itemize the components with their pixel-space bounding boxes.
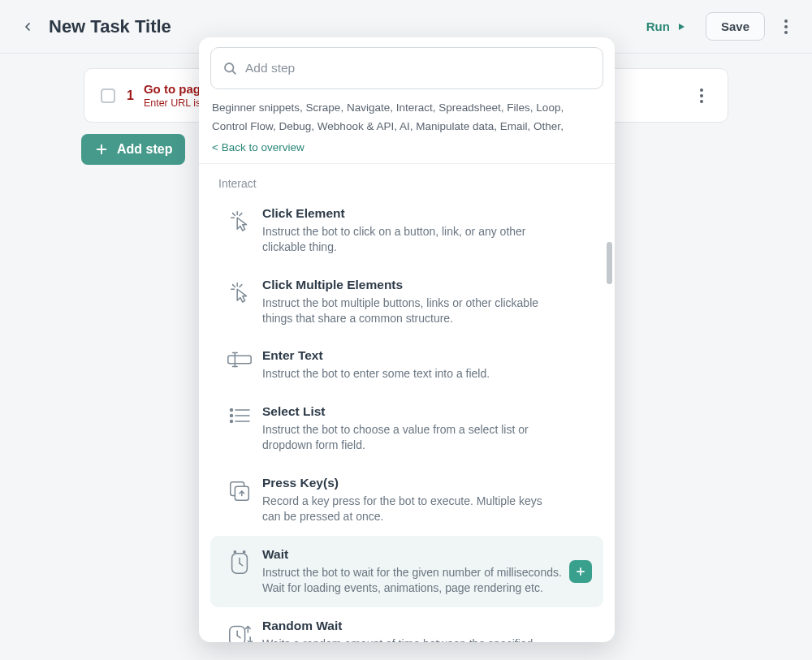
step-option[interactable]: WaitInstruct the bot to wait for the giv… (210, 536, 603, 607)
step-option[interactable]: Click ElementInstruct the bot to click o… (210, 195, 603, 266)
step-option-title: Wait (262, 547, 563, 562)
kebab-dot-icon (700, 88, 703, 92)
click-icon (222, 278, 257, 305)
step-option-title: Press Key(s) (262, 476, 563, 490)
run-label: Run (646, 19, 670, 33)
category-link[interactable]: Spreadsheet (438, 101, 501, 114)
step-option-desc: Instruct the bot to enter some text into… (262, 366, 563, 382)
plus-icon (575, 566, 586, 577)
step-number: 1 (127, 88, 134, 103)
search-field[interactable] (210, 47, 603, 89)
add-step-button[interactable]: Add step (81, 134, 185, 165)
category-link[interactable]: Beginner snippets (212, 101, 300, 114)
category-link[interactable]: Navigate (347, 101, 390, 114)
section-label: Interact (199, 164, 615, 195)
svg-line-4 (232, 71, 235, 74)
svg-line-13 (233, 284, 235, 287)
save-button[interactable]: Save (706, 12, 765, 41)
category-link[interactable]: Control Flow (212, 120, 273, 132)
step-option[interactable]: Enter TextInstruct the bot to enter some… (210, 337, 603, 393)
run-button[interactable]: Run (638, 13, 694, 40)
kebab-dot-icon (700, 94, 703, 97)
step-option[interactable]: Click Multiple ElementsInstruct the bot … (210, 266, 603, 338)
category-links: Beginner snippets, Scrape, Navigate, Int… (199, 89, 615, 140)
step-option-title: Select List (262, 404, 563, 419)
kebab-dot-icon (784, 31, 788, 34)
category-link[interactable]: Files (507, 101, 530, 114)
svg-marker-0 (679, 24, 685, 30)
category-link[interactable]: AI (400, 120, 410, 132)
svg-point-40 (244, 551, 245, 553)
svg-point-24 (231, 415, 233, 417)
category-link[interactable]: Other (533, 120, 560, 132)
back-button[interactable] (16, 15, 39, 38)
step-option-title: Click Element (262, 206, 563, 221)
add-step-label: Add step (117, 142, 172, 157)
search-icon (222, 61, 237, 75)
add-step-option-button[interactable] (569, 560, 592, 583)
svg-point-39 (234, 551, 235, 553)
add-step-popover: Beginner snippets, Scrape, Navigate, Int… (199, 37, 615, 642)
scrollbar-thumb[interactable] (607, 242, 612, 284)
svg-line-8 (240, 214, 242, 216)
back-to-overview-link[interactable]: < Back to overview (199, 140, 615, 163)
random-wait-icon (222, 619, 257, 642)
step-option-desc: Waits a random amount of time between th… (262, 636, 563, 642)
step-option-title: Click Multiple Elements (262, 278, 563, 292)
play-icon (676, 22, 686, 32)
chevron-left-icon (21, 20, 34, 33)
svg-line-14 (240, 284, 242, 287)
step-checkbox[interactable] (101, 88, 115, 103)
plus-icon (94, 142, 109, 157)
step-option[interactable]: Select ListInstruct the bot to choose a … (210, 393, 603, 464)
textfield-icon (222, 348, 257, 369)
category-link[interactable]: Interact (396, 101, 433, 114)
step-more-button[interactable] (692, 88, 711, 103)
step-option-desc: Instruct the bot to wait for the given n… (262, 565, 563, 596)
search-input[interactable] (245, 61, 591, 75)
step-option-desc: Instruct the bot to click on a button, l… (262, 224, 563, 255)
step-options-scroll[interactable]: Interact Click ElementInstruct the bot t… (199, 164, 615, 642)
svg-line-7 (233, 214, 235, 216)
category-link[interactable]: Debug (279, 120, 312, 132)
step-option-title: Random Wait (262, 619, 563, 633)
step-option-desc: Instruct the bot multiple buttons, links… (262, 295, 563, 326)
step-option-desc: Instruct the bot to choose a value from … (262, 422, 563, 453)
kebab-dot-icon (784, 25, 788, 28)
canvas: 1 Go to page Enter URL is no Add step Be… (0, 54, 812, 660)
step-option[interactable]: Press Key(s)Record a key press for the b… (210, 464, 603, 536)
more-menu-button[interactable] (776, 19, 796, 34)
step-option[interactable]: Random WaitWaits a random amount of time… (210, 607, 603, 642)
key-icon (222, 476, 257, 503)
step-option-title: Enter Text (262, 348, 563, 363)
svg-point-23 (231, 409, 233, 412)
svg-point-25 (231, 421, 233, 423)
category-link[interactable]: Webhook & API (317, 120, 394, 132)
category-link[interactable]: Email (500, 120, 528, 132)
svg-rect-17 (228, 356, 251, 364)
step-option-desc: Record a key press for the bot to execut… (262, 494, 563, 524)
kebab-dot-icon (784, 19, 788, 23)
category-link[interactable]: Manipulate data (416, 120, 494, 132)
category-link[interactable]: Scrape (306, 101, 341, 114)
svg-line-45 (237, 636, 240, 638)
svg-line-38 (240, 563, 243, 566)
click-icon (222, 206, 257, 234)
category-link[interactable]: Loop (536, 101, 560, 114)
list-icon (222, 404, 257, 425)
page-title: New Task Title (49, 16, 171, 37)
kebab-dot-icon (700, 100, 703, 103)
wait-icon (222, 547, 257, 576)
